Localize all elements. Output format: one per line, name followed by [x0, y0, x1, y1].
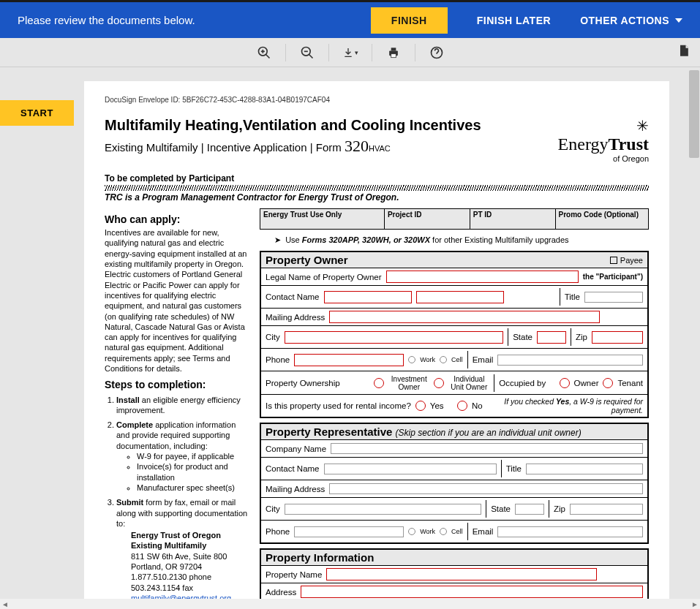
legal-name-field[interactable]	[386, 271, 579, 283]
review-banner: Please review the documents below. FINIS…	[0, 0, 700, 38]
property-info-section: Property Information Property Name Addre…	[260, 548, 649, 600]
contact-last-field[interactable]	[416, 291, 504, 303]
svg-line-1	[266, 54, 269, 58]
header-fields-table: Energy Trust Use Only Project ID PT ID P…	[260, 208, 649, 230]
state-field[interactable]	[537, 331, 566, 344]
rep-email-field[interactable]	[497, 526, 643, 537]
svg-rect-9	[391, 53, 396, 57]
start-button[interactable]: START	[0, 100, 74, 126]
unit-owner-radio[interactable]	[434, 378, 444, 388]
envelope-id: DocuSign Envelope ID: 5BF26C72-453C-4288…	[105, 96, 649, 104]
title-field[interactable]	[584, 292, 643, 303]
svg-rect-8	[391, 48, 396, 50]
document-page: DocuSign Envelope ID: 5BF26C72-453C-4288…	[84, 81, 669, 600]
rental-no-radio[interactable]	[457, 401, 467, 411]
scroll-left-icon[interactable]: ◄	[1, 600, 9, 608]
horizontal-scrollbar[interactable]: ◄ ►	[0, 599, 700, 609]
prop-name-field[interactable]	[326, 568, 597, 580]
rep-mail-field[interactable]	[329, 483, 643, 494]
prop-addr-field[interactable]	[301, 586, 643, 598]
rep-state-field[interactable]	[515, 504, 544, 515]
mailing-address-field[interactable]	[329, 311, 600, 323]
contact-first-field[interactable]	[324, 291, 412, 303]
energytrust-logo: ✳ EnergyTrust of Oregon	[558, 117, 649, 163]
city-field[interactable]	[285, 331, 503, 344]
rep-cell-radio[interactable]	[440, 528, 447, 535]
rep-phone-field[interactable]	[294, 526, 404, 537]
other-actions-button[interactable]: OTHER ACTIONS	[580, 15, 682, 26]
property-owner-section: Property Owner Payee Legal Name of Prope…	[260, 251, 649, 418]
help-icon[interactable]	[429, 45, 445, 61]
finish-later-button[interactable]: FINISH LATER	[477, 15, 551, 26]
rep-zip-field[interactable]	[570, 504, 643, 515]
cell-radio[interactable]	[440, 356, 447, 363]
document-workspace[interactable]: START DocuSign Envelope ID: 5BF26C72-453…	[0, 69, 700, 600]
documents-icon[interactable]	[677, 44, 691, 61]
rep-company-field[interactable]	[331, 443, 643, 454]
rep-work-radio[interactable]	[408, 528, 415, 535]
rental-yes-radio[interactable]	[415, 401, 426, 411]
zoom-in-icon[interactable]	[256, 45, 272, 61]
doc-title: Multifamily Heating,Ventilation and Cool…	[105, 117, 481, 134]
work-radio[interactable]	[408, 356, 415, 363]
owner-radio[interactable]	[560, 378, 570, 388]
review-text: Please review the documents below.	[18, 14, 371, 26]
rep-title-field[interactable]	[526, 464, 643, 474]
tenant-radio[interactable]	[603, 378, 613, 388]
download-icon[interactable]: ▾	[342, 45, 358, 61]
caret-down-icon	[675, 18, 682, 23]
print-icon[interactable]	[385, 45, 402, 61]
scroll-right-icon[interactable]: ►	[691, 600, 699, 608]
svg-line-5	[309, 54, 312, 58]
rep-city-field[interactable]	[285, 504, 481, 515]
property-rep-section: Property Representative (Skip section if…	[260, 423, 649, 544]
sidebar-instructions: Who can apply: Incentives are available …	[105, 208, 251, 600]
investment-owner-radio[interactable]	[374, 378, 384, 388]
phone-field[interactable]	[294, 354, 404, 366]
rep-contact-field[interactable]	[324, 464, 497, 474]
zip-field[interactable]	[592, 331, 643, 344]
vertical-scrollbar[interactable]	[689, 70, 699, 158]
toolbar: ▾	[0, 38, 700, 67]
payee-checkbox[interactable]	[610, 257, 617, 264]
finish-button[interactable]: FINISH	[371, 7, 448, 34]
email-field[interactable]	[497, 355, 643, 366]
zoom-out-icon[interactable]	[299, 45, 315, 61]
